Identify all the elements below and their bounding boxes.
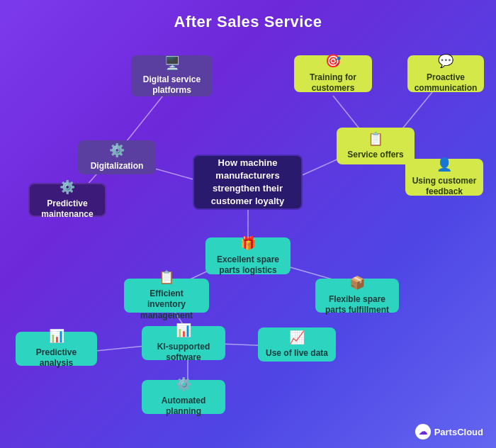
live-data-icon: 📈: [289, 330, 305, 346]
automated-node: ⚙️ Automated planning: [142, 380, 225, 414]
service-offers-node: 📋 Service offers: [337, 128, 415, 164]
logo-icon: ☁: [415, 424, 431, 439]
svg-line-4: [333, 96, 361, 131]
digitalization-node: ⚙️ Digitalization: [78, 140, 156, 174]
inventory-node: 📋 Efficient inventory management: [124, 279, 209, 313]
using-feedback-icon: 👤: [436, 157, 452, 173]
flexible-icon: 📦: [349, 275, 365, 291]
svg-line-5: [400, 92, 432, 131]
logo: ☁ PartsCloud: [415, 424, 483, 439]
spare-parts-icon: 🎁: [240, 235, 256, 252]
page-title: After Sales Service: [0, 0, 496, 31]
live-data-node: 📈 Use of live data: [258, 327, 336, 362]
training-icon: 🎯: [325, 53, 341, 69]
ki-software-node: 📊 KI-supported software: [142, 326, 225, 360]
training-node: 🎯 Training for customers: [294, 55, 372, 92]
proactive-icon: 💬: [438, 53, 453, 69]
proactive-node: 💬 Proactive communication: [407, 55, 484, 92]
digitalization-icon: ⚙️: [109, 142, 125, 159]
predictive-maintenance-node: ⚙️ Predictive maintenance: [28, 183, 106, 217]
service-offers-icon: 📋: [368, 131, 383, 147]
inventory-icon: 📋: [159, 269, 174, 286]
automated-icon: ⚙️: [176, 376, 191, 393]
using-feedback-node: 👤 Using customer feedback: [405, 159, 483, 196]
spare-parts-node: 🎁 Excellent spare parts logistics: [205, 237, 291, 274]
ki-software-icon: 📊: [176, 323, 191, 339]
predictive-maintenance-icon: ⚙️: [60, 179, 75, 196]
digital-service-node: 🖥️ Digital service platforms: [131, 55, 213, 96]
flexible-node: 📦 Flexible spare parts fulfillment: [315, 279, 399, 313]
predictive-analysis-node: 📊 Predictive analysis: [16, 332, 97, 366]
center-node: How machine manufacturers strengthen the…: [193, 155, 303, 210]
digital-service-icon: 🖥️: [164, 55, 180, 72]
predictive-analysis-icon: 📊: [49, 328, 64, 345]
